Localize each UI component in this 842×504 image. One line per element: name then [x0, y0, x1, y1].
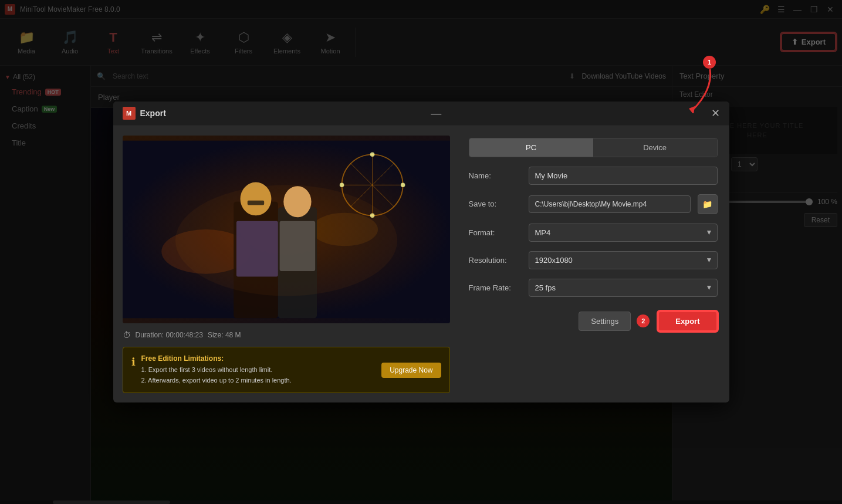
modal-logo: M: [123, 107, 136, 120]
limitations-box: ℹ Free Edition Limitations: 1. Export th…: [123, 347, 450, 393]
upgrade-button[interactable]: Upgrade Now: [381, 363, 441, 378]
modal-header: M Export — ✕: [113, 102, 729, 126]
video-info: ⏱ Duration: 00:00:48:23 Size: 48 M: [123, 330, 450, 340]
size-text: Size: 48 M: [208, 331, 241, 339]
modal-overlay: M Export — ✕: [0, 0, 842, 504]
resolution-select-wrap: 1920x10801280x7203840x2160 ▼: [529, 251, 718, 269]
annotation-2-badge: 2: [637, 314, 650, 327]
preview-scene: [123, 136, 450, 323]
framerate-select[interactable]: 25 fps24 fps30 fps60 fps: [529, 279, 718, 297]
limitation-line2: 2. Afterwards, export video up to 2 minu…: [141, 376, 376, 386]
framerate-select-wrap: 25 fps24 fps30 fps60 fps ▼: [529, 279, 718, 297]
limitations-text: Free Edition Limitations: 1. Export the …: [141, 354, 376, 385]
name-row: Name:: [469, 167, 718, 185]
name-label: Name:: [469, 171, 522, 180]
svg-point-7: [400, 182, 405, 187]
limitations-icon: ℹ: [131, 356, 136, 368]
modal-close-btn[interactable]: ✕: [711, 107, 720, 120]
video-preview-image: [123, 136, 450, 323]
modal-title: Export: [140, 109, 166, 118]
format-select-wrap: MP4MOVAVIMKV ▼: [529, 224, 718, 242]
modal-settings: PC Device Name: Save to: 📁 Format:: [459, 126, 729, 402]
modal-minimize-btn[interactable]: —: [431, 107, 441, 120]
resolution-select[interactable]: 1920x10801280x7203840x2160: [529, 251, 718, 269]
folder-button[interactable]: 📁: [698, 194, 718, 214]
video-preview-box: [123, 136, 450, 323]
modal-preview: ⏱ Duration: 00:00:48:23 Size: 48 M ℹ Fre…: [113, 126, 459, 402]
duration-icon: ⏱: [123, 330, 131, 340]
saveto-row: Save to: 📁: [469, 194, 718, 214]
tab-pc[interactable]: PC: [469, 138, 593, 157]
framerate-row: Frame Rate: 25 fps24 fps30 fps60 fps ▼: [469, 279, 718, 297]
limitations-title: Free Edition Limitations:: [141, 354, 376, 363]
modal-body: ⏱ Duration: 00:00:48:23 Size: 48 M ℹ Fre…: [113, 126, 729, 402]
limitation-line1: 1. Export the first 3 videos without len…: [141, 365, 376, 376]
export-modal-button[interactable]: Export: [658, 311, 717, 332]
svg-point-19: [175, 185, 397, 296]
resolution-row: Resolution: 1920x10801280x7203840x2160 ▼: [469, 251, 718, 269]
tab-device[interactable]: Device: [593, 138, 717, 157]
modal-footer: Settings 2 Export: [469, 306, 718, 332]
svg-point-6: [370, 152, 374, 157]
svg-point-9: [339, 182, 344, 187]
resolution-label: Resolution:: [469, 256, 522, 265]
format-select[interactable]: MP4MOVAVIMKV: [529, 224, 718, 242]
export-modal: M Export — ✕: [113, 102, 729, 402]
framerate-label: Frame Rate:: [469, 283, 522, 292]
format-label: Format:: [469, 228, 522, 237]
duration-text: Duration: 00:00:48:23: [136, 331, 203, 339]
format-row: Format: MP4MOVAVIMKV ▼: [469, 224, 718, 242]
name-input[interactable]: [529, 167, 718, 185]
settings-button[interactable]: Settings: [579, 312, 631, 331]
saveto-input[interactable]: [529, 195, 691, 213]
limitations-list: 1. Export the first 3 videos without len…: [141, 365, 376, 385]
pc-device-tabs: PC Device: [469, 138, 718, 157]
saveto-label: Save to:: [469, 199, 522, 208]
